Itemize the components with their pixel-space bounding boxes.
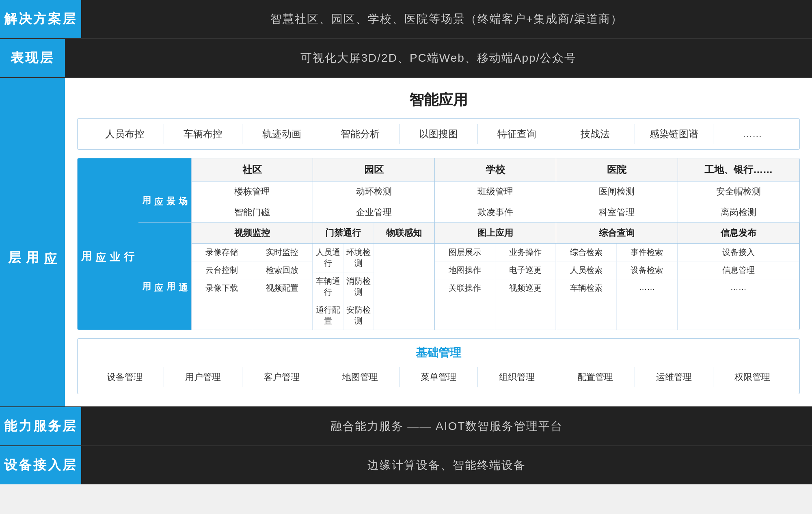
map-subgrid: 图层展示地图操作关联操作业务操作电子巡更视频巡更 [435,244,556,330]
door-subcol: 人员通行车辆通行通行配置 [313,244,343,330]
general-cell: 视频巡更 [495,279,555,297]
general-col-map: 图上应用图层展示地图操作关联操作业务操作电子巡更视频巡更 [435,223,556,330]
general-cell: 检索回放 [252,261,312,279]
general-cell: …… [617,279,677,295]
device-label: 设备接入层 [0,446,81,484]
query-subgrid: 综合检索人员检索车辆检索事件检索设备检索…… [556,244,677,330]
scenario-cell: 欺凌事件 [435,202,556,222]
capability-content: 融合能力服务 —— AIOT数智服务管理平台 [81,407,812,445]
tag-item: 技战法 [556,124,635,144]
tag-item: 感染链图谱 [635,124,713,144]
scenario-cell: 楼栋管理 [192,181,313,202]
device-content: 边缘计算设备、智能终端设备 [81,446,812,484]
general-subheader: 物联感知 [374,223,434,243]
map-subcol: 业务操作电子巡更视频巡更 [495,244,556,330]
tag-item: 车辆布控 [164,124,242,144]
scenario-col-header: 学校 [435,158,556,181]
map-subcol: 图层展示地图操作关联操作 [435,244,495,330]
general-grid: 视频监控录像存储云台控制录像下载实时监控检索回放视频配置门禁通行物联感知人员通行… [191,223,799,330]
foundation-item: 用户管理 [164,367,242,387]
industry-label: 行业应用 [78,158,138,330]
tag-item: 智能分析 [321,124,400,144]
foundation-item: 菜单管理 [400,367,478,387]
foundation-item: 运维管理 [635,367,713,387]
foundation-item: 配置管理 [556,367,635,387]
scenario-col: 工地、银行……安全帽检测离岗检测 [678,158,799,222]
general-cell: 综合检索 [556,244,616,261]
door-iot-header-row: 门禁通行物联感知 [313,223,434,244]
query-subcol: 综合检索人员检索车辆检索 [556,244,617,330]
foundation-section: 基础管理 设备管理用户管理客户管理地图管理菜单管理组织管理配置管理运维管理权限管… [77,338,800,394]
tag-item: …… [713,125,791,143]
tag-item: 轨迹动画 [242,124,321,144]
scenario-col: 学校班级管理欺凌事件 [435,158,556,222]
general-cell: 实时监控 [252,244,312,261]
general-cell: 通行配置 [313,301,343,330]
scenario-col: 医院医闸检测科室管理 [556,158,678,222]
general-col-video: 视频监控录像存储云台控制录像下载实时监控检索回放视频配置 [192,223,313,330]
general-cell: 视频配置 [252,279,312,297]
scenario-col-header: 社区 [192,158,313,181]
general-label: 通用应用 [138,223,191,330]
scenario-col: 园区动环检测企业管理 [313,158,434,222]
query-subcol: 事件检索设备检索…… [617,244,677,330]
foundation-items: 设备管理用户管理客户管理地图管理菜单管理组织管理配置管理运维管理权限管理 [86,367,791,387]
general-cell: 云台控制 [192,261,252,279]
foundation-item: 客户管理 [242,367,321,387]
scenario-cell: 安全帽检测 [678,181,799,202]
solution-layer-row: 解决方案层 智慧社区、园区、学校、医院等场景（终端客户+集成商/渠道商） [0,0,812,39]
general-cell: 人员检索 [556,261,616,279]
foundation-item: 权限管理 [713,367,791,387]
general-cell: 环境检测 [343,244,374,272]
scenario-section: 场景应用 社区楼栋管理智能门磁园区动环检测企业管理学校班级管理欺凌事件医院医闸检… [138,158,799,223]
video-subgrid: 录像存储云台控制录像下载实时监控检索回放视频配置 [192,244,313,330]
general-cell: 地图操作 [435,261,495,279]
tags-row: 人员布控车辆布控轨迹动画智能分析以图搜图特征查询技战法感染链图谱…… [77,118,800,150]
general-section: 通用应用 视频监控录像存储云台控制录像下载实时监控检索回放视频配置门禁通行物联感… [138,223,799,330]
scenario-col-header: 工地、银行…… [678,158,799,181]
video-subcol: 录像存储云台控制录像下载 [192,244,252,330]
general-cell: 设备接入 [678,244,799,261]
door-iot-subgrid: 人员通行车辆通行通行配置环境检测消防检测安防检测 [313,244,434,330]
foundation-title: 基础管理 [86,345,791,361]
door-subcol: 环境检测消防检测安防检测 [343,244,374,330]
main-container: 解决方案层 智慧社区、园区、学校、医院等场景（终端客户+集成商/渠道商） 表现层… [0,0,812,484]
general-col-query: 综合查询综合检索人员检索车辆检索事件检索设备检索…… [556,223,678,330]
general-cell: 业务操作 [495,244,555,261]
scenario-cell: 企业管理 [313,202,434,222]
presentation-content: 可视化大屏3D/2D、PC端Web、移动端App/公众号 [65,39,812,77]
scenario-row: 行业应用 场景应用 社区楼栋管理智能门磁园区动环检测企业管理学校班级管理欺凌事件… [78,158,799,330]
scenario-cell: 离岗检测 [678,202,799,222]
general-cell: 电子巡更 [495,261,555,279]
general-header-query: 综合查询 [556,223,677,244]
scenario-cell: 班级管理 [435,181,556,202]
scenario-cell: 智能门磁 [192,202,313,222]
general-header-video: 视频监控 [192,223,313,244]
scenario-label: 场景应用 [138,158,191,222]
application-inner: 智能应用 人员布控车辆布控轨迹动画智能分析以图搜图特征查询技战法感染链图谱…… … [65,78,812,406]
tag-item: 特征查询 [478,124,556,144]
scenario-cell: 医闸检测 [556,181,677,202]
presentation-layer-row: 表现层 可视化大屏3D/2D、PC端Web、移动端App/公众号 [0,39,812,78]
tag-item: 人员布控 [86,124,164,144]
scenario-cell: 动环检测 [313,181,434,202]
general-cell: 录像下载 [192,279,252,297]
general-cell: 车辆检索 [556,279,616,297]
general-cell: 录像存储 [192,244,252,261]
general-cell: 车辆通行 [313,272,343,301]
solution-content: 智慧社区、园区、学校、医院等场景（终端客户+集成商/渠道商） [81,0,812,38]
tag-item: 以图搜图 [400,124,478,144]
general-col-door-iot: 门禁通行物联感知人员通行车辆通行通行配置环境检测消防检测安防检测 [313,223,434,330]
general-cell: 人员通行 [313,244,343,272]
scenario-grid: 社区楼栋管理智能门磁园区动环检测企业管理学校班级管理欺凌事件医院医闸检测科室管理… [191,158,799,222]
general-cell: 信息管理 [678,261,799,279]
presentation-label: 表现层 [0,39,65,77]
general-col-info: 信息发布设备接入信息管理…… [678,223,799,330]
general-cell: 事件检索 [617,244,677,261]
scenario-col-header: 园区 [313,158,434,181]
device-layer-row: 设备接入层 边缘计算设备、智能终端设备 [0,446,812,484]
general-header-info: 信息发布 [678,223,799,244]
general-cell: 设备检索 [617,261,677,279]
general-cell: 消防检测 [343,272,374,301]
scenario-cell: 科室管理 [556,202,677,222]
